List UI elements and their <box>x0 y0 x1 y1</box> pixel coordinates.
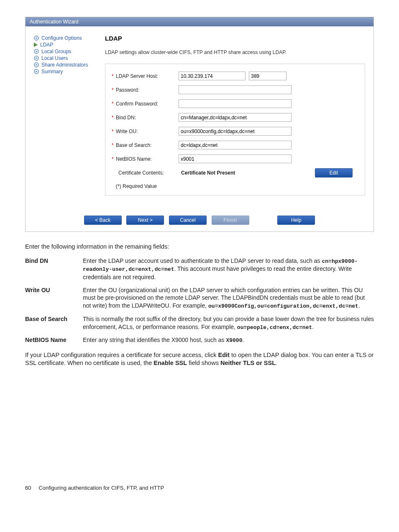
ldap-form: *LDAP Server Host: *Password: *Confirm P… <box>105 64 365 195</box>
write-ou-label: Write OU: <box>116 129 138 134</box>
desc-bind-dn: Enter the LDAP user account used to auth… <box>83 257 374 281</box>
nav-configure-options[interactable]: Configure Options <box>34 35 105 41</box>
nav-label: Configure Options <box>41 35 82 41</box>
ldap-host-label: LDAP Server Host: <box>116 73 158 79</box>
doc-lead: Enter the following information in the r… <box>25 243 374 251</box>
nav-local-groups[interactable]: Local Groups <box>34 48 105 55</box>
back-button[interactable]: < Back <box>84 216 122 225</box>
finish-button: Finish <box>212 216 249 225</box>
edit-button[interactable]: Edit <box>315 168 353 177</box>
bullet-icon <box>34 69 39 74</box>
netbios-label: NetBIOS Name: <box>116 156 152 162</box>
wizard-main: LDAP LDAP settings allow cluster-wide CI… <box>105 35 365 206</box>
desc-write-ou: Enter the OU (organizational unit) on th… <box>83 286 374 310</box>
help-button[interactable]: Help <box>277 216 315 225</box>
bullet-icon <box>34 36 39 41</box>
required-note: (*) Required Value <box>116 183 354 189</box>
bind-dn-label: Bind DN: <box>116 115 136 121</box>
nav-local-users[interactable]: Local Users <box>34 55 105 62</box>
term-bind-dn: Bind DN <box>25 257 79 281</box>
nav-label: Local Groups <box>41 49 71 54</box>
nav-label: LDAP <box>40 42 53 48</box>
bullet-icon <box>34 56 39 61</box>
base-search-label: Base of Search: <box>116 142 151 148</box>
nav-label: Local Users <box>41 55 68 61</box>
doc-text: Enter the following information in the r… <box>25 243 374 368</box>
wizard-footer: < Back Next > Cancel Finish Help <box>26 211 373 231</box>
wizard-title: Authentication Wizard <box>26 17 373 26</box>
authentication-wizard: Authentication Wizard Configure Options … <box>25 17 374 232</box>
write-ou-input[interactable] <box>179 127 292 136</box>
closing-paragraph: If your LDAP configuration requires a ce… <box>25 351 374 368</box>
definition-list: Bind DN Enter the LDAP user account used… <box>25 257 374 344</box>
arrow-icon <box>34 43 38 47</box>
certificate-value: Certificate Not Present <box>181 170 313 176</box>
certificate-label: Certificate Contents: <box>116 170 181 176</box>
page-footer: 60 Configuring authentication for CIFS, … <box>25 485 374 491</box>
ldap-host-input[interactable] <box>179 72 246 80</box>
nav-label: Share Administrators <box>41 62 88 68</box>
desc-netbios: Enter any string that identifies the X90… <box>83 336 374 344</box>
desc-base-search: This is normally the root suffix of the … <box>83 315 374 331</box>
chapter-title: Configuring authentication for CIFS, FTP… <box>38 485 164 491</box>
page-description: LDAP settings allow cluster-wide CIFS, F… <box>105 49 365 55</box>
term-base-search: Base of Search <box>25 315 79 331</box>
nav-share-admins[interactable]: Share Administrators <box>34 62 105 68</box>
base-search-input[interactable] <box>179 141 292 149</box>
bullet-icon <box>34 62 39 67</box>
confirm-password-label: Confirm Password: <box>116 101 158 107</box>
netbios-input[interactable] <box>179 154 292 163</box>
bullet-icon <box>34 49 39 54</box>
nav-ldap[interactable]: LDAP <box>34 41 105 48</box>
page-number: 60 <box>25 485 31 491</box>
page-heading: LDAP <box>105 35 365 42</box>
next-button[interactable]: Next > <box>126 216 164 225</box>
password-label: Password: <box>116 87 139 93</box>
nav-summary[interactable]: Summary <box>34 68 105 75</box>
nav-label: Summary <box>41 69 63 75</box>
bind-dn-input[interactable] <box>179 113 292 122</box>
ldap-port-input[interactable] <box>249 72 286 80</box>
term-netbios: NetBIOS Name <box>25 336 79 344</box>
term-write-ou: Write OU <box>25 286 79 310</box>
password-input[interactable] <box>179 85 292 94</box>
cancel-button[interactable]: Cancel <box>169 216 207 225</box>
wizard-nav: Configure Options LDAP Local Groups Loca… <box>34 35 105 206</box>
confirm-password-input[interactable] <box>179 99 292 108</box>
